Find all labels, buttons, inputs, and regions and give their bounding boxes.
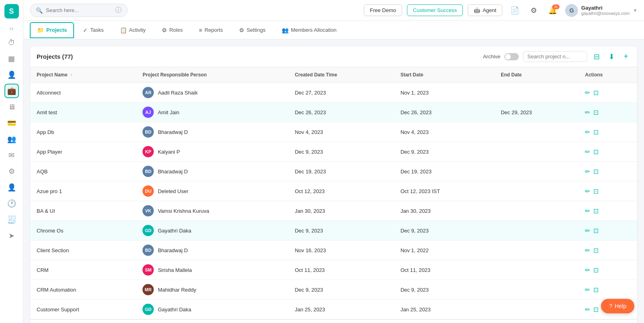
archive-icon[interactable]: ⊡ (593, 286, 599, 294)
edit-icon[interactable]: ✏ (585, 247, 590, 254)
person-name: Bharadwaj D (158, 247, 188, 253)
person-name: Bharadwaj D (158, 169, 188, 175)
activity-tab-icon: 📋 (120, 27, 127, 33)
project-search-input[interactable] (523, 51, 587, 62)
tab-activity[interactable]: 📋 Activity (113, 22, 153, 38)
help-button[interactable]: ? Help (601, 299, 634, 313)
sidebar-item-team[interactable]: 👥 (4, 132, 19, 146)
search-input[interactable] (46, 7, 110, 13)
cell-person: SM Sirisha Mallela (136, 260, 288, 280)
customer-success-button[interactable]: Customer Success (407, 4, 463, 16)
cell-project-name: Chrome Os (30, 221, 136, 241)
edit-icon[interactable]: ✏ (585, 286, 590, 294)
archive-toggle[interactable] (504, 53, 519, 60)
cell-start: Oct 11, 2023 (394, 260, 494, 280)
tab-roles[interactable]: ⚙ Roles (155, 22, 190, 38)
cell-created: Nov 4, 2023 (288, 122, 394, 142)
cell-end (494, 122, 578, 142)
archive-icon[interactable]: ⊡ (593, 227, 599, 235)
cell-end (494, 83, 578, 103)
archive-icon[interactable]: ⊡ (593, 148, 599, 156)
tab-tasks[interactable]: ✓ Tasks (76, 22, 111, 38)
chevron-down-icon: ▼ (633, 8, 638, 13)
sidebar-item-send[interactable]: ➤ (4, 228, 19, 243)
cell-end (494, 300, 578, 319)
sidebar-item-projects[interactable]: 💼 (4, 84, 19, 98)
cell-start: Oct 12, 2023 IST (394, 181, 494, 201)
cell-end: Dec 29, 2023 (494, 103, 578, 122)
main-content: 🔍 ⓘ Free Demo Customer Success 🤖 Agent 📄… (23, 0, 644, 323)
sort-icon[interactable]: ↑ (70, 73, 72, 77)
edit-icon[interactable]: ✏ (585, 227, 590, 235)
cell-person: BD Bharadwaj D (136, 241, 288, 260)
cell-created: Dec 27, 2023 (288, 83, 394, 103)
notifications-button[interactable]: 🔔 31 (545, 4, 560, 16)
archive-icon[interactable]: ⊡ (593, 306, 599, 313)
tab-settings[interactable]: ⚙ Settings (232, 22, 273, 38)
search-box[interactable]: 🔍 ⓘ (30, 4, 128, 17)
download-button[interactable]: ⬇ (606, 51, 617, 63)
cell-actions: ✏ ⊡ (578, 241, 637, 260)
sidebar-expand-icon[interactable]: ›› (8, 23, 15, 34)
edit-icon[interactable]: ✏ (585, 266, 590, 274)
user-name: Gayathri (581, 5, 630, 11)
agent-button[interactable]: 🤖 Agent (468, 4, 502, 16)
sidebar-item-receipt[interactable]: 🧾 (4, 212, 19, 227)
settings-tab-icon: ⚙ (239, 27, 244, 33)
edit-icon[interactable]: ✏ (585, 128, 590, 136)
add-project-button[interactable]: + (621, 50, 631, 63)
cell-start: Jan 25, 2023 (394, 300, 494, 319)
app-logo: S (4, 4, 19, 19)
col-created-date: Created Date Time (288, 67, 394, 83)
cell-start: Dec 19, 2023 (394, 162, 494, 181)
archive-icon[interactable]: ⊡ (593, 109, 599, 116)
sidebar-item-settings[interactable]: ⚙ (4, 164, 19, 179)
edit-icon[interactable]: ✏ (585, 109, 590, 116)
table-row: Chrome Os GD Gayathri Daka Dec 9, 2023 D… (30, 221, 637, 241)
archive-icon[interactable]: ⊡ (593, 89, 599, 97)
sidebar-item-billing[interactable]: 💳 (4, 116, 19, 130)
table-row: Customer Support GD Gayathri Daka Jan 25… (30, 300, 637, 319)
edit-icon[interactable]: ✏ (585, 168, 590, 175)
sidebar-item-contacts[interactable]: 👤 (4, 68, 19, 82)
edit-icon[interactable]: ✏ (585, 187, 590, 195)
cell-start: Dec 9, 2023 (394, 142, 494, 162)
roles-tab-icon: ⚙ (162, 27, 167, 33)
sidebar-item-timer[interactable]: 🕐 (4, 196, 19, 211)
sidebar-item-user[interactable]: 👤 (4, 180, 19, 195)
cell-created: Oct 12, 2023 (288, 181, 394, 201)
tab-projects[interactable]: 📁 Projects (30, 22, 74, 38)
archive-icon[interactable]: ⊡ (593, 168, 599, 175)
edit-icon[interactable]: ✏ (585, 89, 590, 97)
sidebar-item-monitor[interactable]: 🖥 (4, 100, 19, 114)
filter-button[interactable]: ⊟ (591, 51, 602, 63)
sidebar-item-mail[interactable]: ✉ (4, 148, 19, 163)
archive-icon[interactable]: ⊡ (593, 207, 599, 215)
document-icon-button[interactable]: 📄 (507, 4, 522, 16)
archive-icon[interactable]: ⊡ (593, 187, 599, 195)
projects-table: Project Name ↑ Project Responsible Perso… (30, 67, 637, 319)
archive-icon[interactable]: ⊡ (593, 266, 599, 274)
archive-label: Archive (483, 53, 500, 60)
person-name: Gayathri Daka (158, 228, 191, 234)
archive-icon[interactable]: ⊡ (593, 128, 599, 136)
info-icon[interactable]: ⓘ (115, 6, 122, 14)
archive-icon[interactable]: ⊡ (593, 247, 599, 254)
edit-icon[interactable]: ✏ (585, 306, 590, 313)
edit-icon[interactable]: ✏ (585, 148, 590, 156)
cell-created: Jan 30, 2023 (288, 201, 394, 221)
edit-icon[interactable]: ✏ (585, 207, 590, 215)
cell-project-name: Amit test (30, 103, 136, 122)
tab-members[interactable]: 👥 Members Allocation (275, 22, 344, 38)
cell-actions: ✏ ⊡ (578, 201, 637, 221)
user-menu[interactable]: G Gayathri gayathri@snovasys.com ▼ (565, 4, 638, 17)
sidebar-item-clock[interactable]: ⏱ (4, 35, 19, 50)
tab-bar: 📁 Projects ✓ Tasks 📋 Activity ⚙ Roles ≡ … (23, 21, 644, 39)
cell-project-name: AQB (30, 162, 136, 181)
gear-icon-button[interactable]: ⚙ (527, 4, 540, 16)
user-email: gayathri@snovasys.com (581, 11, 630, 16)
tab-reports[interactable]: ≡ Reports (192, 22, 230, 38)
free-demo-button[interactable]: Free Demo (364, 4, 402, 16)
sidebar-item-dashboard[interactable]: ▦ (4, 51, 19, 66)
cell-actions: ✏ ⊡ (578, 260, 637, 280)
